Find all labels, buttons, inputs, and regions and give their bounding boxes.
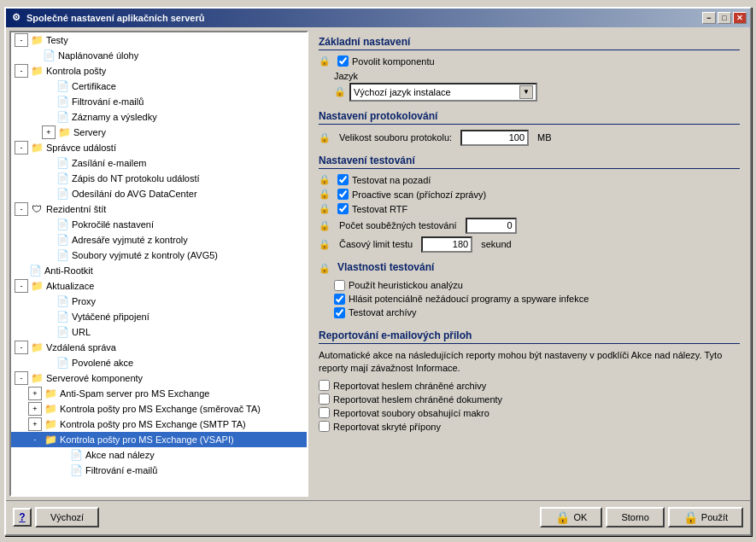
tree-item-url[interactable]: 📄 URL: [11, 324, 307, 340]
enable-component-checkbox[interactable]: [337, 55, 349, 67]
cancel-button[interactable]: Storno: [606, 507, 664, 527]
tree-label-soubory-vyjmute: Soubory vyjmuté z kontroly (AVG5): [72, 250, 218, 260]
tree-item-vytacene[interactable]: 📄 Vytáčené připojení: [11, 309, 307, 324]
archives-label: Testovat archívy: [349, 307, 416, 318]
apply-icon: 🔒: [683, 510, 698, 524]
tree-item-serverove[interactable]: - 📁 Serverové komponenty: [11, 370, 307, 386]
tree-item-anti-rootkit[interactable]: 📄 Anti-Rootkit: [11, 263, 307, 278]
doc-icon: 📄: [56, 357, 69, 369]
default-button[interactable]: Výchozí: [35, 507, 99, 527]
tree-label-spravce: Správce událostí: [46, 143, 116, 153]
tree-item-filtrovani-emailu[interactable]: 📄 Filtrování e-mailů: [11, 463, 307, 478]
password-archives-checkbox[interactable]: [319, 380, 330, 391]
tree-item-adresar[interactable]: 📄 Adresáře vyjmuté z kontroly: [11, 232, 307, 248]
doc-icon: 📄: [69, 449, 83, 461]
title-bar: ⚙ Společné nastavení aplikačních serverů…: [6, 9, 750, 27]
doc-icon: 📄: [56, 96, 69, 108]
tree-item-povolene[interactable]: 📄 Povolené akce: [11, 355, 307, 370]
test-rtf-checkbox[interactable]: [337, 203, 349, 214]
test-properties-title: Vlastnosti testování: [337, 261, 434, 273]
lock-icon4: 🔒: [319, 174, 331, 186]
tree-label-kontrola-posty: Kontrola pošty: [46, 66, 106, 76]
expand-icon[interactable]: +: [42, 125, 56, 139]
tree-item-zapis[interactable]: 📄 Zápis do NT protokolu událostí: [11, 171, 307, 186]
tree-item-certifikace[interactable]: 📄 Certifikace: [11, 79, 307, 94]
concurrent-tests-input[interactable]: [466, 218, 517, 234]
hidden-extensions-checkbox[interactable]: [319, 421, 330, 432]
ok-button[interactable]: 🔒 OK: [540, 507, 602, 527]
tree-item-aktualizace[interactable]: - 📁 Aktualizace: [11, 278, 307, 294]
tree-item-antispam[interactable]: + 📁 Anti-Spam server pro MS Exchange: [11, 386, 307, 401]
tree-item-kontrola-posty[interactable]: - 📁 Kontrola pošty: [11, 63, 307, 79]
close-button[interactable]: ✕: [733, 12, 747, 24]
spyware-checkbox[interactable]: [334, 294, 345, 305]
doc-icon: 📄: [28, 265, 42, 277]
maximize-button[interactable]: □: [718, 12, 731, 24]
tree-item-akce-nalezy[interactable]: 📄 Akce nad nálezy: [11, 447, 307, 463]
tree-panel[interactable]: - 📁 Testy 📄 Naplánované úlohy - 📁 Kontro…: [9, 31, 308, 497]
folder-icon: 📁: [44, 418, 57, 430]
apply-label: Použít: [701, 512, 728, 522]
language-select[interactable]: Výchozí jazyk instalace ▼: [349, 83, 537, 102]
email-reporting-title: Reportování e-mailových příloh: [319, 329, 740, 344]
tree-item-zaznamy[interactable]: 📄 Záznamy a výsledky: [11, 109, 307, 125]
time-limit-input[interactable]: [421, 236, 472, 253]
expand-icon[interactable]: -: [15, 64, 28, 78]
tree-item-naplanovane[interactable]: 📄 Naplánované úlohy: [11, 48, 307, 63]
test-rtf-label: Testovat RTF: [352, 204, 407, 214]
tree-item-testy[interactable]: - 📁 Testy: [11, 32, 307, 48]
tree-item-odesilani[interactable]: 📄 Odesílání do AVG DataCenter: [11, 186, 307, 201]
proactive-scan-checkbox[interactable]: [337, 189, 349, 200]
expand-icon[interactable]: -: [15, 341, 28, 354]
tree-item-vzdalena[interactable]: - 📁 Vzdálená správa: [11, 340, 307, 355]
expand-icon[interactable]: -: [15, 279, 28, 293]
folder-icon: 🛡: [30, 203, 44, 215]
apply-button[interactable]: 🔒 Použít: [668, 507, 743, 527]
tree-item-servery[interactable]: + 📁 Servery: [11, 125, 307, 140]
expand-icon[interactable]: -: [15, 141, 28, 154]
log-size-input[interactable]: [460, 130, 529, 146]
tree-label-filtrovani-emailu: Filtrování e-mailů: [85, 465, 157, 475]
heuristic-checkbox[interactable]: [334, 280, 345, 291]
tree-item-rezident[interactable]: - 🛡 Rezidentní štít: [11, 201, 307, 217]
tree-label-zaznamy: Záznamy a výsledky: [72, 112, 157, 122]
expand-icon[interactable]: -: [15, 202, 28, 216]
doc-icon: 📄: [56, 326, 69, 338]
expand-icon[interactable]: -: [15, 371, 28, 385]
lock-icon9: 🔒: [319, 263, 331, 275]
tree-item-proxy[interactable]: 📄 Proxy: [11, 294, 307, 309]
test-background-label: Testovat na pozadí: [352, 175, 431, 185]
help-button[interactable]: ?: [13, 508, 32, 527]
expand-icon[interactable]: +: [28, 387, 42, 400]
hidden-extensions-row: Reportovat skryté přípony: [319, 421, 740, 432]
dropdown-arrow[interactable]: ▼: [519, 85, 533, 99]
expand-icon[interactable]: +: [28, 402, 42, 416]
macro-files-checkbox[interactable]: [319, 407, 330, 418]
password-docs-checkbox[interactable]: [319, 393, 330, 405]
doc-icon: 📄: [56, 157, 69, 169]
tree-item-soubory-vyjmute[interactable]: 📄 Soubory vyjmuté z kontroly (AVG5): [11, 248, 307, 263]
expand-icon[interactable]: +: [28, 417, 42, 431]
archives-checkbox[interactable]: [334, 307, 345, 318]
tree-item-kontrola-smtp[interactable]: + 📁 Kontrola pošty pro MS Exchange (SMTP…: [11, 417, 307, 432]
tree-item-zasil[interactable]: 📄 Zasílání e-mailem: [11, 155, 307, 171]
folder-icon: 📁: [30, 34, 44, 46]
time-limit-unit: sekund: [481, 239, 511, 249]
expand-icon[interactable]: -: [28, 433, 42, 446]
tree-item-kontrola-smerovac[interactable]: + 📁 Kontrola pošty pro MS Exchange (směr…: [11, 401, 307, 417]
test-properties-header: 🔒 Vlastnosti testování: [319, 261, 740, 277]
tree-item-filtrovani[interactable]: 📄 Filtrování e-mailů: [11, 94, 307, 109]
minimize-button[interactable]: −: [702, 12, 716, 24]
tree-item-kontrola-vsapi[interactable]: - 📁 Kontrola pošty pro MS Exchange (VSAP…: [11, 432, 307, 447]
archives-row: Testovat archívy: [334, 307, 740, 318]
doc-icon: 📄: [56, 311, 69, 323]
folder-icon: 📁: [30, 65, 44, 77]
test-background-checkbox[interactable]: [337, 174, 349, 185]
tree-item-spravce[interactable]: - 📁 Správce událostí: [11, 140, 307, 155]
macro-files-row: Reportovat soubory obsahující makro: [319, 407, 740, 418]
expand-icon[interactable]: -: [15, 33, 28, 47]
tree-item-pokrocile[interactable]: 📄 Pokročilé nastavení: [11, 217, 307, 232]
doc-icon: 📄: [56, 111, 69, 123]
doc-icon: 📄: [69, 464, 83, 476]
tree-label-povolene: Povolené akce: [72, 358, 133, 368]
